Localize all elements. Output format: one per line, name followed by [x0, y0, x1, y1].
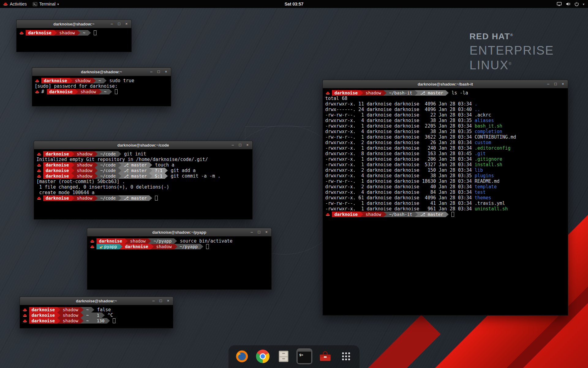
prompt-segment-git: ⎇ master: [121, 168, 149, 173]
terminal-line: [master (root-commit) 50bcb63] .: [36, 179, 250, 184]
prompt-segment-user: darknoise: [26, 30, 54, 36]
terminal-line: -rwxrwxr-x. 1 darknoise darknoise 240 Ja…: [325, 145, 565, 151]
titlebar[interactable]: darknoise@shadow:~ – □ ×: [32, 68, 171, 76]
terminal-window-home-1[interactable]: darknoise@shadow:~ – □ × darknoiseshadow…: [16, 20, 132, 52]
terminal-line: 1 file changed, 0 insertions(+), 0 delet…: [36, 184, 250, 190]
exec-name: install.sh: [475, 162, 502, 167]
terminal-output[interactable]: darknoiseshadow~: [17, 28, 131, 37]
dock-item-app-grid[interactable]: [338, 348, 354, 364]
dir-name: custom: [475, 140, 491, 145]
power-icon: [575, 2, 579, 6]
close-button[interactable]: ×: [164, 297, 172, 305]
close-button[interactable]: ×: [123, 20, 130, 28]
clock[interactable]: Sat 03:57: [285, 2, 303, 6]
maximize-button[interactable]: □: [115, 20, 123, 28]
prompt-segment-host: shadow: [60, 312, 81, 318]
app-menu-terminal[interactable]: Terminal ▾: [30, 0, 62, 8]
prompt-segment-host: shadow: [74, 162, 95, 168]
titlebar[interactable]: darknoise@shadow:~ – □ ×: [17, 20, 131, 28]
terminal-line: pyappdarknoiseshadow~/pyapp: [90, 244, 269, 249]
terminal-output[interactable]: darknoiseshadow~/bash-it⎇ master ls -lat…: [323, 88, 568, 219]
redhat-prompt-icon: [37, 169, 41, 172]
close-button[interactable]: ×: [263, 228, 270, 236]
terminal-output[interactable]: darknoiseshadow~ sudo true[sudo] passwor…: [32, 76, 171, 96]
terminal-text: git commit -a -m .: [168, 173, 221, 179]
terminal-output[interactable]: darknoiseshadow~/code git initInitialize…: [34, 149, 252, 203]
powerline-arrow: [149, 168, 152, 173]
powerline-arrow: [360, 90, 363, 96]
dock-item-firefox[interactable]: [234, 348, 250, 364]
rhel-branding: RED HAT® ENTERPRISE LINUX®: [469, 32, 554, 72]
minimize-button[interactable]: –: [108, 20, 115, 28]
dock-item-chrome[interactable]: [255, 348, 271, 364]
titlebar[interactable]: darknoise@shadow:~/bash-it – □ ×: [323, 80, 568, 88]
terminal-output[interactable]: darknoiseshadow~/pyapp source bin/activa…: [87, 236, 271, 251]
chevron-down-icon: ▾: [57, 2, 59, 6]
terminal-line: darknoiseshadow~1 ^C: [22, 312, 171, 318]
maximize-button[interactable]: □: [255, 228, 263, 236]
display-icon: [557, 2, 562, 6]
exec-name: uninstall.sh: [475, 206, 508, 212]
maximize-button[interactable]: □: [157, 297, 164, 305]
close-button[interactable]: ×: [559, 80, 567, 88]
minimize-button[interactable]: –: [150, 297, 157, 305]
prompt-segment-venv: pyapp: [96, 244, 119, 249]
terminal-text: drwxrwxr-x. 8 darknoise darknoise 163 Ja…: [325, 151, 475, 156]
terminal-output[interactable]: darknoiseshadow~ falsedarknoiseshadow~1 …: [20, 305, 173, 325]
powerline-arrow: [91, 307, 94, 312]
prompt-segment-user: darknoise: [29, 318, 57, 324]
prompt-segment-path: ~/code: [98, 173, 118, 179]
terminal-window-pyapp[interactable]: darknoise@shadow:~/pyapp – □ × darknoise…: [87, 228, 272, 290]
terminal-line: drwxrwxr-x. 2 darknoise darknoise 40 Jan…: [325, 184, 565, 190]
titlebar[interactable]: darknoise@shadow:~ – □ ×: [20, 297, 173, 305]
maximize-button[interactable]: □: [236, 141, 244, 149]
powerline-arrow: [71, 162, 74, 168]
powerline-arrow: [446, 212, 449, 217]
maximize-button[interactable]: □: [155, 68, 162, 76]
close-button[interactable]: ×: [162, 68, 170, 76]
dir-name: .: [475, 101, 477, 107]
terminal-line: total 68: [325, 96, 565, 101]
redhat-prompt-icon: [23, 314, 27, 317]
terminal-line: darknoiseshadow~ sudo true: [35, 78, 168, 83]
dock-item-files[interactable]: [276, 348, 292, 364]
terminal-text: .travis.yml: [475, 201, 505, 206]
powerline-arrow: [75, 89, 78, 94]
maximize-button[interactable]: □: [552, 80, 559, 88]
minimize-button[interactable]: –: [545, 80, 552, 88]
wallpaper-line-h: [245, 126, 311, 127]
system-status-area[interactable]: ▾: [557, 2, 588, 6]
activities-button[interactable]: Activities: [0, 0, 30, 8]
powerline-arrow: [95, 168, 98, 173]
prompt-segment-host: shadow: [60, 307, 81, 312]
dir-name: completion: [475, 129, 502, 134]
prompt-segment-user: darknoise: [43, 151, 71, 157]
powerline-arrow: [71, 168, 74, 173]
minimize-button[interactable]: –: [229, 141, 236, 149]
minimize-button[interactable]: –: [248, 228, 255, 236]
powerline-arrow: [99, 89, 102, 94]
terminal-window-code[interactable]: darknoise@shadow:~/code – □ × darknoises…: [34, 141, 253, 220]
close-button[interactable]: ×: [244, 141, 251, 149]
titlebar[interactable]: darknoise@shadow:~/pyapp – □ ×: [87, 228, 271, 236]
prompt-segment-exit: 130: [94, 318, 107, 324]
prompt-segment-host: shadow: [57, 30, 77, 36]
terminal-text: drwxrwxr-x. 4 darknoise darknoise 38 Jan…: [325, 173, 475, 178]
terminal-cursor: [94, 30, 96, 35]
terminal-window-sudo[interactable]: darknoise@shadow:~ – □ × darknoiseshadow…: [32, 67, 171, 106]
prompt-segment-path: ~/pyapp: [177, 244, 200, 249]
dock-item-toolbox[interactable]: [317, 348, 333, 364]
branding-enterprise: ENTERPRISE: [469, 44, 554, 57]
powerline-arrow: [119, 244, 123, 249]
prompt-segment-git: ⎇ master: [418, 90, 446, 96]
terminal-window-home-2[interactable]: darknoise@shadow:~ – □ × darknoiseshadow…: [20, 297, 173, 328]
prompt-segment-user: darknoise: [332, 212, 360, 217]
terminal-line: darknoiseshadow~ false: [22, 307, 171, 312]
titlebar[interactable]: darknoise@shadow:~/code – □ ×: [34, 141, 252, 149]
powerline-arrow: [71, 151, 74, 157]
dock-item-terminal[interactable]: $>: [296, 348, 312, 364]
minimize-button[interactable]: –: [148, 68, 155, 76]
app-menu-label: Terminal: [39, 2, 55, 6]
terminal-window-bash-it[interactable]: darknoise@shadow:~/bash-it – □ × darknoi…: [322, 80, 568, 316]
dir-name: .git: [475, 151, 486, 156]
